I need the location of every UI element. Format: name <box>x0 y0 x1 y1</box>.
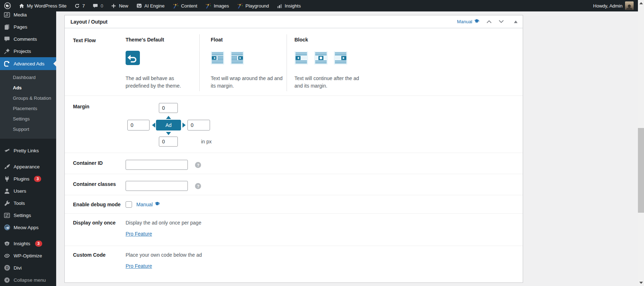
custom-code-pro-feature-link[interactable]: Pro Feature <box>126 263 152 269</box>
margin-top-input[interactable] <box>159 103 178 113</box>
comments-menu[interactable]: 0 <box>89 0 107 11</box>
sidebar-item-appearance[interactable]: Appearance <box>0 161 56 173</box>
page-scrollbar[interactable] <box>638 0 644 286</box>
sidebar-item-plugins[interactable]: Plugins 3 <box>0 173 56 185</box>
option-title: Theme's Default <box>126 37 199 43</box>
float-right-icon[interactable] <box>230 51 244 66</box>
container-id-input[interactable] <box>126 160 188 170</box>
scrollbar-thumb[interactable] <box>638 128 644 213</box>
sidebar-item-projects[interactable]: Projects <box>0 45 56 57</box>
advanced-ads-icon <box>4 60 10 67</box>
text-flow-label: Text Flow <box>65 28 126 95</box>
debug-manual-link[interactable]: Manual <box>136 202 160 207</box>
playground-menu[interactable]: Playground <box>233 0 273 11</box>
insights-menu[interactable]: Insights <box>273 0 305 11</box>
user-icon <box>4 188 10 194</box>
comments-icon <box>4 36 10 43</box>
meow-apps-icon: M <box>4 224 10 231</box>
sidebar-item-pretty-links[interactable]: Pretty Links <box>0 144 56 157</box>
collapse-menu-button[interactable]: Collapse menu <box>0 274 56 286</box>
container-classes-input[interactable] <box>126 181 188 191</box>
submenu-item-settings[interactable]: Settings <box>0 114 56 124</box>
sidebar-item-tools[interactable]: Tools <box>0 197 56 209</box>
arrow-left-icon <box>152 123 155 128</box>
sidebar-item-meow-apps[interactable]: M Meow Apps <box>0 221 56 233</box>
wrench-icon <box>4 200 10 207</box>
manual-link[interactable]: Manual <box>457 19 479 25</box>
new-content-menu[interactable]: New <box>107 0 132 11</box>
sidebar-item-users[interactable]: Users <box>0 185 56 197</box>
sidebar-item-label: Pretty Links <box>14 148 39 153</box>
avatar <box>625 1 634 10</box>
content-menu[interactable]: Content <box>169 0 201 11</box>
block-right-icon[interactable] <box>334 51 347 66</box>
paintbrush-icon <box>4 163 10 170</box>
display-once-label: Display only once <box>65 214 126 246</box>
block-left-icon[interactable] <box>294 51 308 66</box>
advanced-ads-submenu: Dashboard Ads Groups & Rotation Placemen… <box>0 70 56 139</box>
layout-output-panel: Layout / Output Manual <box>64 15 523 283</box>
sidebar-item-label: Pages <box>14 24 27 30</box>
submenu-item-groups-rotation[interactable]: Groups & Rotation <box>0 93 56 103</box>
images-menu[interactable]: Images <box>201 0 233 11</box>
scrollbar-up-arrow[interactable] <box>639 2 643 4</box>
text-flow-option-block: Block Text will conti <box>287 28 362 95</box>
panel-title: Layout / Output <box>70 19 107 25</box>
content-label: Content <box>181 3 197 9</box>
display-once-pro-feature-link[interactable]: Pro Feature <box>126 231 152 237</box>
media-icon <box>4 11 10 18</box>
site-name-menu[interactable]: My WordPress Site <box>15 0 70 11</box>
debug-mode-checkbox[interactable] <box>126 201 132 208</box>
sidebar-item-label: Media <box>14 12 27 18</box>
sidebar-item-pages[interactable]: Pages <box>0 21 56 33</box>
container-id-row: Container ID ? <box>65 153 523 174</box>
submenu-item-support[interactable]: Support <box>0 124 56 134</box>
ai-engine-menu[interactable]: AI Engine <box>132 0 169 11</box>
custom-code-label: Custom Code <box>65 246 126 282</box>
sidebar-item-insights[interactable]: Insights 3 <box>0 237 56 250</box>
ai-engine-label: AI Engine <box>145 3 165 9</box>
sidebar-item-divi[interactable]: D Divi <box>0 262 56 274</box>
block-center-icon[interactable] <box>314 51 328 66</box>
submenu-item-dashboard[interactable]: Dashboard <box>0 72 56 83</box>
submenu-item-placements[interactable]: Placements <box>0 103 56 114</box>
help-icon[interactable]: ? <box>195 162 201 168</box>
wordpress-logo-menu[interactable] <box>0 0 15 11</box>
custom-code-row: Custom Code Place your own code below th… <box>65 246 523 282</box>
help-icon[interactable]: ? <box>195 183 201 189</box>
display-once-row: Display only once Display the ad only on… <box>65 214 523 246</box>
collapse-arrow-icon <box>4 277 10 283</box>
account-menu[interactable]: Howdy, Admin <box>589 0 635 11</box>
sidebar-item-wp-optimize[interactable]: WP-Optimize <box>0 250 56 262</box>
magic-wand-icon <box>237 3 243 9</box>
submenu-item-ads[interactable]: Ads <box>0 83 56 93</box>
margin-right-input[interactable] <box>187 120 210 130</box>
sidebar-item-media[interactable]: Media <box>0 11 56 21</box>
sidebar-item-label: Meow Apps <box>14 225 39 230</box>
sidebar-item-advanced-ads[interactable]: Advanced Ads <box>0 57 56 70</box>
sidebar-item-label: Divi <box>14 265 22 271</box>
plus-icon <box>111 3 116 9</box>
bird-icon <box>4 147 10 154</box>
move-down-button[interactable] <box>499 20 504 24</box>
margin-left-input[interactable] <box>127 120 150 130</box>
float-left-icon[interactable] <box>211 51 224 66</box>
scrollbar-down-arrow[interactable] <box>639 282 643 284</box>
move-up-button[interactable] <box>487 20 492 24</box>
container-classes-label: Container classes <box>65 174 126 195</box>
insights-label: Insights <box>285 3 301 9</box>
sidebar-item-comments[interactable]: Comments <box>0 33 56 45</box>
updates-menu[interactable]: 7 <box>70 0 89 11</box>
arrow-right-icon <box>182 123 186 128</box>
playground-label: Playground <box>245 3 269 9</box>
svg-text:M: M <box>6 226 9 230</box>
margin-bottom-input[interactable] <box>159 137 178 147</box>
howdy-text: Howdy, Admin <box>593 3 623 9</box>
collapse-panel-button[interactable] <box>514 20 518 24</box>
updates-icon <box>74 3 80 9</box>
pushpin-icon <box>4 48 10 55</box>
sidebar-item-label: Comments <box>14 36 37 42</box>
theme-default-icon[interactable] <box>126 51 140 66</box>
gorilla-icon <box>4 240 10 247</box>
sidebar-item-settings[interactable]: Settings <box>0 209 56 221</box>
